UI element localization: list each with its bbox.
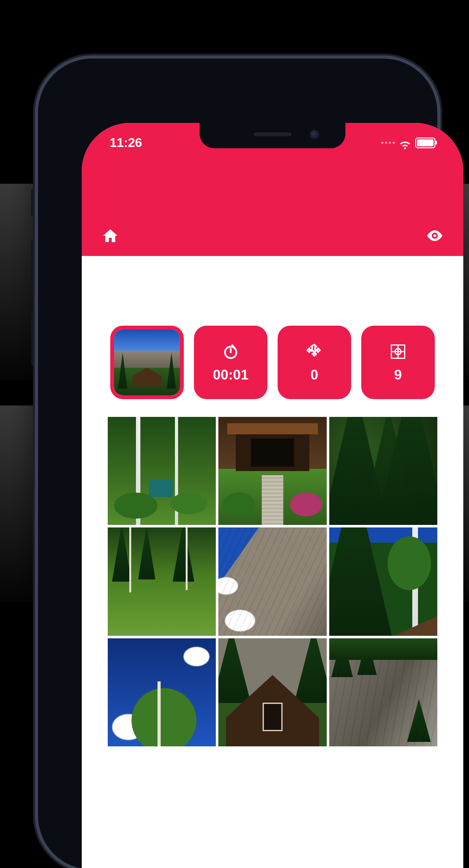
puzzle-tile[interactable] (218, 417, 326, 525)
puzzle-tile[interactable] (218, 527, 326, 636)
puzzle-tile[interactable] (329, 527, 437, 636)
reference-image (114, 330, 180, 395)
phone-bezel: 11:26 (35, 56, 440, 868)
timer-icon (222, 342, 239, 361)
battery-icon (415, 137, 435, 148)
timer-value: 00:01 (213, 367, 249, 383)
status-right (381, 137, 435, 148)
home-icon (102, 227, 119, 244)
status-time: 11:26 (110, 135, 142, 150)
phone-screen: 11:26 (82, 123, 463, 868)
reference-thumbnail[interactable] (110, 326, 184, 399)
backdrop-top (0, 0, 469, 51)
eye-icon (426, 226, 444, 245)
puzzle-tile[interactable] (108, 638, 216, 746)
home-button[interactable] (101, 226, 120, 245)
move-icon (306, 342, 323, 361)
cellular-dots-icon (381, 142, 395, 144)
pieces-card: 9 (361, 326, 435, 399)
phone-notch (200, 123, 345, 148)
timer-card: 00:01 (194, 326, 267, 399)
puzzle-grid (108, 417, 437, 746)
grid-icon (389, 342, 407, 361)
puzzle-tile[interactable] (218, 638, 326, 746)
info-card-row: 00:01 0 9 (82, 326, 463, 399)
puzzle-tile[interactable] (329, 638, 437, 746)
puzzle-tile[interactable] (329, 417, 437, 525)
moves-value: 0 (311, 367, 318, 383)
puzzle-tile[interactable] (108, 527, 216, 636)
pieces-value: 9 (394, 367, 402, 383)
moves-card: 0 (277, 326, 351, 399)
phone-front-camera (310, 130, 319, 140)
wifi-icon (399, 138, 411, 147)
header-toolbar (82, 226, 463, 245)
phone-earpiece (254, 132, 292, 136)
preview-button[interactable] (425, 226, 444, 245)
puzzle-tile[interactable] (108, 417, 216, 525)
